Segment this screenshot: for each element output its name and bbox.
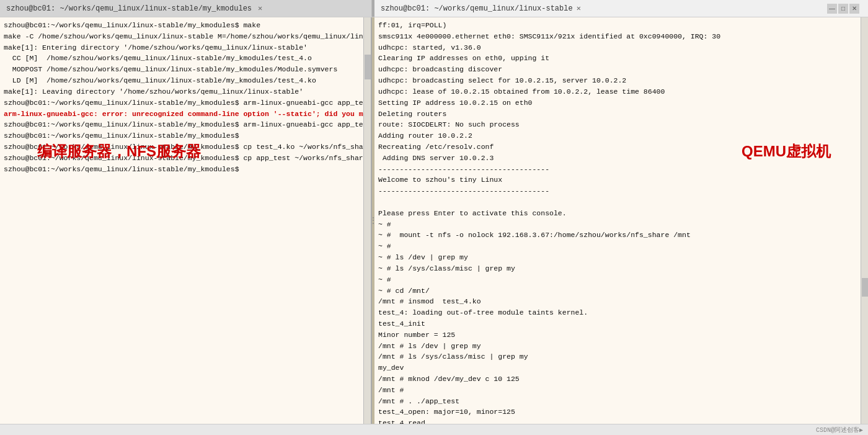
minimize-button[interactable]: — (827, 4, 837, 14)
left-panel: szhou@bc01:~/works/qemu_linux/linux-stab… (0, 17, 372, 424)
window-controls: — □ ✕ (827, 4, 862, 14)
right-panel: ff:01, irq=POLL) smsc911x 4e000000.ether… (374, 17, 868, 424)
bottom-bar: CSDN@阿述创客▶ (0, 424, 868, 435)
watermark: CSDN@阿述创客▶ (816, 426, 863, 434)
right-scrollbar[interactable] (861, 17, 868, 424)
right-tab-close[interactable]: ✕ (577, 4, 581, 13)
right-scrollbar-thumb[interactable] (862, 278, 868, 297)
right-tab-title: szhou@bc01: ~/works/qemu_linux/linux-sta… (381, 4, 573, 13)
right-terminal[interactable]: ff:01, irq=POLL) smsc911x 4e000000.ether… (374, 17, 868, 424)
close-button[interactable]: ✕ (849, 4, 859, 14)
main-content: szhou@bc01:~/works/qemu_linux/linux-stab… (0, 17, 868, 424)
top-bar: szhou@bc01: ~/works/qemu_linux/linux-sta… (0, 0, 868, 17)
right-tab[interactable]: szhou@bc01: ~/works/qemu_linux/linux-sta… (374, 0, 868, 17)
left-terminal[interactable]: szhou@bc01:~/works/qemu_linux/linux-stab… (0, 17, 371, 424)
left-tab-close[interactable]: ✕ (258, 4, 262, 13)
left-scrollbar-thumb[interactable] (365, 55, 371, 79)
left-tab-title: szhou@bc01: ~/works/qemu_linux/linux-sta… (6, 4, 252, 13)
maximize-button[interactable]: □ (838, 4, 848, 14)
left-tab[interactable]: szhou@bc01: ~/works/qemu_linux/linux-sta… (0, 0, 372, 17)
